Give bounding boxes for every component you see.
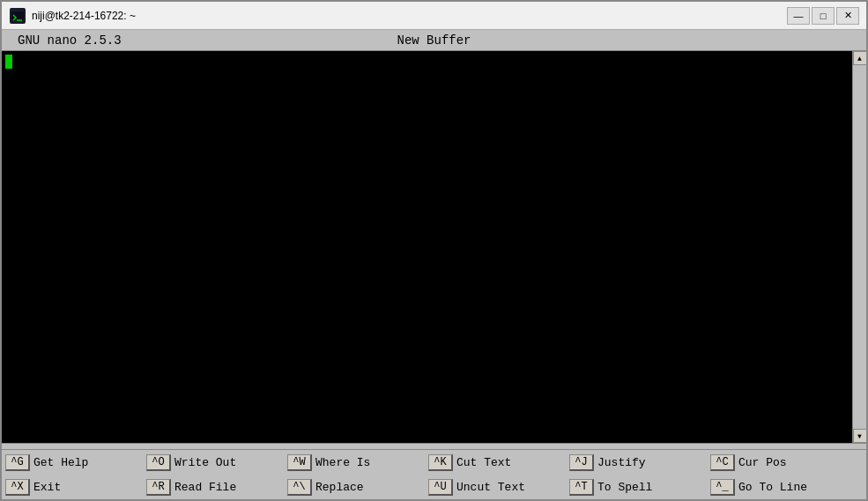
shortcut-key-11: ^_ xyxy=(710,479,735,496)
shortcut-key-1: ^O xyxy=(146,454,171,471)
editor-wrapper: ▲ ▼ xyxy=(2,51,866,443)
nano-status-bar xyxy=(2,443,866,450)
app-icon xyxy=(9,7,26,25)
shortcut-label-2: Where Is xyxy=(315,456,370,469)
scroll-up-button[interactable]: ▲ xyxy=(853,51,867,65)
scrollbar[interactable]: ▲ ▼ xyxy=(852,51,866,443)
shortcut-item-11[interactable]: ^_Go To Line xyxy=(707,475,848,499)
shortcut-item-6[interactable]: ^XExit xyxy=(2,475,143,499)
shortcut-item-7[interactable]: ^RRead File xyxy=(143,475,284,499)
nano-version: GNU nano 2.5.3 xyxy=(18,33,122,48)
shortcut-key-3: ^K xyxy=(428,454,453,471)
nano-filename: New Buffer xyxy=(397,33,471,48)
shortcut-item-1[interactable]: ^OWrite Out xyxy=(143,450,284,475)
shortcut-key-10: ^T xyxy=(569,479,594,496)
shortcut-key-5: ^C xyxy=(710,454,735,471)
shortcut-label-9: Uncut Text xyxy=(456,481,525,494)
shortcut-item-2[interactable]: ^WWhere Is xyxy=(284,450,425,475)
shortcut-label-11: Go To Line xyxy=(738,481,807,494)
shortcut-key-2: ^W xyxy=(287,454,312,471)
window-title: niji@tk2-214-16722: ~ xyxy=(32,10,787,22)
shortcut-key-0: ^G xyxy=(5,454,30,471)
scroll-down-button[interactable]: ▼ xyxy=(853,429,867,443)
title-bar: niji@tk2-214-16722: ~ — □ ✕ xyxy=(2,2,866,30)
shortcut-item-0[interactable]: ^GGet Help xyxy=(2,450,143,475)
shortcut-label-7: Read File xyxy=(174,481,236,494)
shortcut-key-8: ^\ xyxy=(287,479,312,496)
shortcut-label-1: Write Out xyxy=(174,456,236,469)
shortcut-label-8: Replace xyxy=(315,481,364,494)
shortcut-key-9: ^U xyxy=(428,479,453,496)
shortcut-item-3[interactable]: ^KCut Text xyxy=(425,450,566,475)
maximize-button[interactable]: □ xyxy=(812,7,835,25)
close-button[interactable]: ✕ xyxy=(836,7,859,25)
shortcut-label-0: Get Help xyxy=(33,456,88,469)
nano-window: GNU nano 2.5.3 New Buffer ▲ ▼ ^GGet Help… xyxy=(2,30,866,499)
shortcut-item-5[interactable]: ^CCur Pos xyxy=(707,450,848,475)
cursor xyxy=(5,55,12,69)
shortcut-key-7: ^R xyxy=(146,479,171,496)
shortcut-label-10: To Spell xyxy=(597,481,652,494)
minimize-button[interactable]: — xyxy=(787,7,810,25)
shortcut-label-3: Cut Text xyxy=(456,456,511,469)
nano-editor[interactable] xyxy=(2,51,852,443)
window-controls: — □ ✕ xyxy=(787,7,859,25)
nano-header: GNU nano 2.5.3 New Buffer xyxy=(2,30,866,51)
shortcut-key-6: ^X xyxy=(5,479,30,496)
shortcut-label-6: Exit xyxy=(33,481,61,494)
shortcut-item-8[interactable]: ^\Replace xyxy=(284,475,425,499)
shortcut-label-5: Cur Pos xyxy=(738,456,787,469)
app-window: niji@tk2-214-16722: ~ — □ ✕ GNU nano 2.5… xyxy=(0,0,868,501)
shortcut-item-4[interactable]: ^JJustify xyxy=(566,450,707,475)
shortcut-item-9[interactable]: ^UUncut Text xyxy=(425,475,566,499)
shortcut-key-4: ^J xyxy=(569,454,594,471)
shortcut-item-10[interactable]: ^TTo Spell xyxy=(566,475,707,499)
shortcut-bar: ^GGet Help^OWrite Out^WWhere Is^KCut Tex… xyxy=(2,450,866,499)
scrollbar-track[interactable] xyxy=(853,65,866,429)
shortcut-label-4: Justify xyxy=(597,456,646,469)
